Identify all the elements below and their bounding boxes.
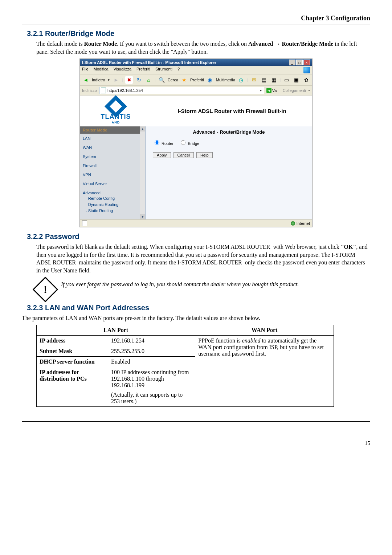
ie-logo-icon (303, 67, 310, 73)
scroll-down-icon[interactable]: ▼ (140, 214, 145, 219)
dhcp-label: DHCP server function (40, 358, 95, 365)
status-bar: Internet (80, 219, 312, 227)
home-icon[interactable]: ⌂ (145, 76, 152, 84)
section-323-intro: The parameters of LAN and WAN ports are … (22, 314, 370, 322)
address-dropdown-icon[interactable]: ▼ (260, 89, 262, 92)
print-icon[interactable]: ▤ (260, 76, 268, 84)
history-icon[interactable]: ◷ (237, 76, 245, 84)
maximize-icon[interactable]: □ (296, 60, 303, 65)
mask-value: 255.255.255.0 (108, 346, 195, 357)
nav-advanced[interactable]: Advanced (80, 188, 145, 195)
content-title: Advanced - Router/Bridge Mode (149, 129, 309, 135)
menubar: File Modifica Visualizza Preferiti Strum… (80, 66, 312, 74)
cancel-button[interactable]: Cancel (173, 152, 194, 158)
menu-item[interactable]: Modifica (94, 67, 109, 73)
brand-logo-area: TLANTIS AND (80, 96, 152, 126)
dist-value-line2: (Actually, it can supports up to 253 use… (111, 392, 192, 405)
dist-label: IP addresses for distribution to PCs (40, 369, 87, 382)
section-322-title: 3.2.2 Password (27, 232, 370, 241)
go-button[interactable]: ➔ Vai (266, 88, 278, 93)
discuss-icon[interactable]: ▭ (283, 76, 290, 84)
dist-value-line1: 100 IP addresses continuing from 192.168… (111, 369, 192, 389)
radio-bridge[interactable]: Bridge (179, 141, 199, 146)
media-icon[interactable]: ◉ (206, 76, 214, 84)
wan-header: WAN Port (195, 325, 334, 336)
atlantis-logo-icon (105, 95, 127, 118)
back-dropdown-icon[interactable]: ▼ (107, 78, 110, 82)
content-pane: Advanced - Router/Bridge Mode Router Bri… (146, 126, 312, 219)
password-note: If you ever forget the password to log i… (61, 278, 299, 288)
media-label[interactable]: Multimedia (216, 78, 235, 82)
nav-vpn[interactable]: VPN (80, 170, 145, 179)
menu-item[interactable]: ? (177, 67, 180, 73)
nav-system[interactable]: System (80, 152, 145, 161)
page-title: I-Storm ADSL Router with Firewall Built-… (152, 96, 312, 126)
back-icon[interactable]: ◄ (82, 76, 90, 84)
forward-icon[interactable]: ► (113, 76, 120, 84)
go-label: Vai (272, 88, 278, 93)
mail-icon[interactable]: ✉ (250, 76, 258, 84)
mask-label: Subnet Mask (40, 348, 72, 354)
section-321-title: 3.2.1 Router/Bridge Mode (27, 29, 370, 38)
favorites-icon[interactable]: ★ (180, 76, 188, 84)
scroll-up-icon[interactable]: ▲ (140, 126, 145, 131)
messenger-icon[interactable]: ▣ (293, 76, 300, 84)
refresh-icon[interactable]: ↻ (135, 76, 143, 84)
lan-wan-table: LAN Port WAN Port IP address 192.168.1.2… (36, 325, 334, 407)
section-323-title: 3.2.3 LAN and WAN Port Addresses (27, 304, 370, 312)
settings-gear-icon[interactable]: ✿ (302, 76, 310, 84)
internet-zone-icon (291, 221, 295, 226)
menu-item[interactable]: File (82, 67, 89, 73)
section-321-text: The default mode is Router Mode. If you … (36, 40, 370, 56)
links-expand-icon[interactable]: » (308, 89, 310, 92)
window-title: I-Storm ADSL Router with Firewall Built-… (82, 60, 216, 65)
apply-button[interactable]: Apply (153, 152, 171, 158)
left-nav: Router Mode LAN WAN System Firewall VPN … (80, 126, 146, 219)
address-input[interactable]: http://192.168.1.254 ▼ (99, 87, 264, 94)
section-322-text: The password is left blank as the defaul… (36, 243, 370, 274)
nav-remote-config[interactable]: - Remote Config (80, 195, 145, 201)
menu-item[interactable]: Strumenti (155, 67, 172, 73)
go-arrow-icon: ➔ (266, 88, 271, 93)
address-url: http://192.168.1.254 (107, 88, 143, 93)
status-zone: Internet (297, 221, 310, 226)
window-titlebar: I-Storm ADSL Router with Firewall Built-… (80, 59, 312, 66)
links-label[interactable]: Collegamenti (283, 88, 306, 93)
nav-dynamic-routing[interactable]: - Dynamic Routing (80, 201, 145, 207)
radio-router[interactable]: Router (153, 141, 173, 146)
chapter-header: Chapter 3 Configuration (22, 15, 370, 24)
wan-value: PPPoE function is enabled to automatical… (195, 336, 334, 407)
radio-bridge-input[interactable] (181, 140, 185, 145)
nav-static-routing[interactable]: - Static Routing (80, 207, 145, 214)
menu-item[interactable]: Preferiti (136, 67, 150, 73)
nav-lan[interactable]: LAN (80, 134, 145, 143)
nav-virtual-server[interactable]: Virtual Server (80, 179, 145, 188)
nav-scrollbar[interactable]: ▲ ▼ (140, 126, 145, 219)
nav-router-mode[interactable]: Router Mode (80, 126, 145, 134)
page-icon (101, 88, 106, 93)
search-label[interactable]: Cerca (168, 78, 178, 82)
radio-router-label: Router (162, 141, 173, 146)
menu-item[interactable]: Visualizza (114, 67, 131, 73)
radio-router-input[interactable] (155, 140, 159, 145)
ip-value: 192.168.1.254 (108, 336, 195, 346)
edit-icon[interactable]: ▦ (270, 76, 278, 84)
ip-label: IP address (40, 337, 65, 344)
favorites-label[interactable]: Preferiti (190, 78, 204, 82)
close-icon[interactable]: × (303, 60, 310, 65)
back-label[interactable]: Indietro (92, 78, 105, 82)
brand-sub: AND (112, 121, 120, 124)
dhcp-value: Enabled (108, 357, 195, 367)
nav-wan[interactable]: WAN (80, 143, 145, 152)
nav-firewall[interactable]: Firewall (80, 161, 145, 170)
minimize-icon[interactable]: _ (289, 60, 295, 65)
status-page-icon (82, 220, 87, 226)
footer-rule (22, 421, 370, 422)
ie-toolbar: ◄ Indietro ▼ ► | ✖ ↻ ⌂ | 🔍 Cerca ★ Prefe… (80, 74, 312, 86)
page-number: 15 (22, 440, 370, 446)
lan-header: LAN Port (37, 325, 195, 336)
help-button[interactable]: Help (196, 152, 213, 158)
stop-icon[interactable]: ✖ (125, 76, 133, 84)
address-bar: Indirizzo http://192.168.1.254 ▼ ➔ Vai C… (80, 86, 312, 96)
search-icon[interactable]: 🔍 (158, 76, 166, 84)
